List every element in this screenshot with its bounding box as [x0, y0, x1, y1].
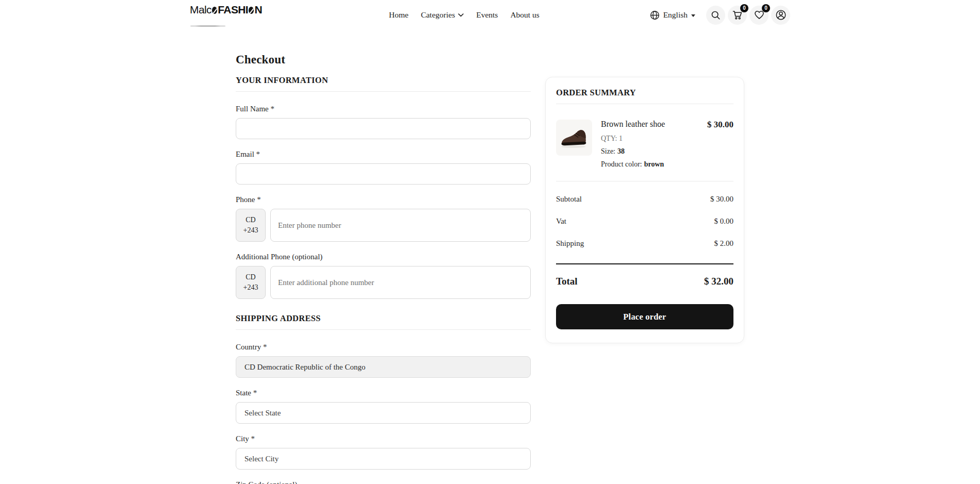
total-row: Total $ 32.00 [556, 276, 733, 287]
phone-label: Phone * [236, 195, 531, 204]
dial-code: +243 [243, 226, 258, 235]
shipping-row: Shipping $ 2.00 [556, 239, 733, 248]
city-select[interactable]: Select City [236, 448, 531, 470]
nav-events[interactable]: Events [476, 10, 498, 20]
logo-part-1: Malc [190, 4, 211, 16]
dial-code: +243 [243, 283, 258, 292]
total-divider [556, 263, 733, 264]
order-summary-panel: ORDER SUMMARY Brown leather s [545, 77, 744, 343]
logo-e-icon [212, 7, 217, 14]
country-code: CD [246, 273, 255, 281]
globe-icon [650, 10, 660, 20]
search-button[interactable] [706, 6, 725, 25]
email-label: Email * [236, 150, 531, 159]
country-code: CD [246, 216, 255, 224]
main-nav: Home Categories Events About us [389, 10, 540, 20]
nav-home[interactable]: Home [389, 10, 409, 20]
place-order-button[interactable]: Place order [556, 304, 733, 329]
country-value-box: CD Democratic Republic of the Congo [236, 356, 531, 378]
cart-count-badge: 0 [740, 4, 748, 12]
subtotal-row: Subtotal $ 30.00 [556, 195, 733, 204]
cart-icon [732, 10, 743, 20]
product-size: Size:38 [601, 147, 733, 156]
additional-phone-label: Additional Phone (optional) [236, 253, 531, 261]
city-label: City * [236, 435, 531, 443]
state-label: State * [236, 389, 531, 397]
logo-text: Malc FASHI N [190, 4, 262, 16]
summary-divider [556, 181, 733, 181]
zip-code-field: Zip Code (optional) [236, 480, 531, 484]
page-title: Checkout [236, 53, 744, 66]
additional-phone-country-code-box[interactable]: CD +243 [236, 266, 266, 299]
full-name-label: Full Name * [236, 105, 531, 113]
logo[interactable]: Malc FASHI N [190, 4, 262, 26]
site-header: Malc FASHI N Home Categories Events Abou… [0, 0, 980, 30]
user-icon [775, 9, 787, 21]
vat-row: Vat $ 0.00 [556, 217, 733, 226]
heart-icon [754, 10, 764, 20]
country-label: Country * [236, 343, 531, 352]
logo-o-icon [249, 7, 254, 14]
product-color: Product color:brown [601, 160, 733, 169]
checkout-form: YOUR INFORMATION Full Name * Email * Pho… [236, 75, 531, 484]
email-input[interactable] [236, 163, 531, 185]
nav-categories[interactable]: Categories [421, 10, 464, 20]
full-name-field: Full Name * [236, 105, 531, 139]
phone-input[interactable] [270, 209, 531, 242]
country-field: Country * CD Democratic Republic of the … [236, 343, 531, 378]
account-button[interactable] [771, 6, 790, 25]
checkout-page: Checkout YOUR INFORMATION Full Name * Em… [236, 53, 744, 484]
additional-phone-field: Additional Phone (optional) CD +243 [236, 253, 531, 299]
wishlist-count-badge: 0 [762, 4, 770, 12]
full-name-input[interactable] [236, 118, 531, 139]
state-field: State * Select State [236, 389, 531, 424]
phone-country-code-box[interactable]: CD +243 [236, 209, 266, 242]
language-label: English [663, 10, 688, 20]
nav-about-us[interactable]: About us [510, 10, 539, 20]
shipping-address-heading: SHIPPING ADDRESS [236, 313, 531, 330]
city-field: City * Select City [236, 435, 531, 470]
order-summary-heading: ORDER SUMMARY [556, 88, 733, 104]
logo-part-2: FASHI [218, 4, 248, 16]
logo-underline [190, 26, 262, 26]
cart-button[interactable]: 0 [728, 6, 747, 25]
chevron-down-icon [458, 13, 464, 17]
brown-shoe-illustration [557, 121, 591, 155]
total-value: $ 32.00 [704, 276, 733, 287]
product-quantity: QTY: 1 [601, 135, 733, 143]
product-price: $ 30.00 [707, 120, 733, 130]
logo-part-3: N [254, 4, 262, 16]
additional-phone-input[interactable] [270, 266, 531, 299]
order-item: Brown leather shoe $ 30.00 QTY: 1 Size:3… [556, 120, 733, 169]
zip-code-label: Zip Code (optional) [236, 480, 531, 484]
header-actions: English 0 0 [650, 6, 790, 25]
phone-field: Phone * CD +243 [236, 195, 531, 242]
search-icon [711, 10, 721, 20]
wishlist-button[interactable]: 0 [749, 6, 769, 25]
state-select[interactable]: Select State [236, 402, 531, 424]
your-information-heading: YOUR INFORMATION [236, 75, 531, 92]
product-image [556, 120, 592, 156]
language-selector[interactable]: English [650, 10, 695, 20]
product-name: Brown leather shoe [601, 120, 665, 129]
email-field: Email * [236, 150, 531, 185]
caret-down-icon [691, 14, 695, 17]
